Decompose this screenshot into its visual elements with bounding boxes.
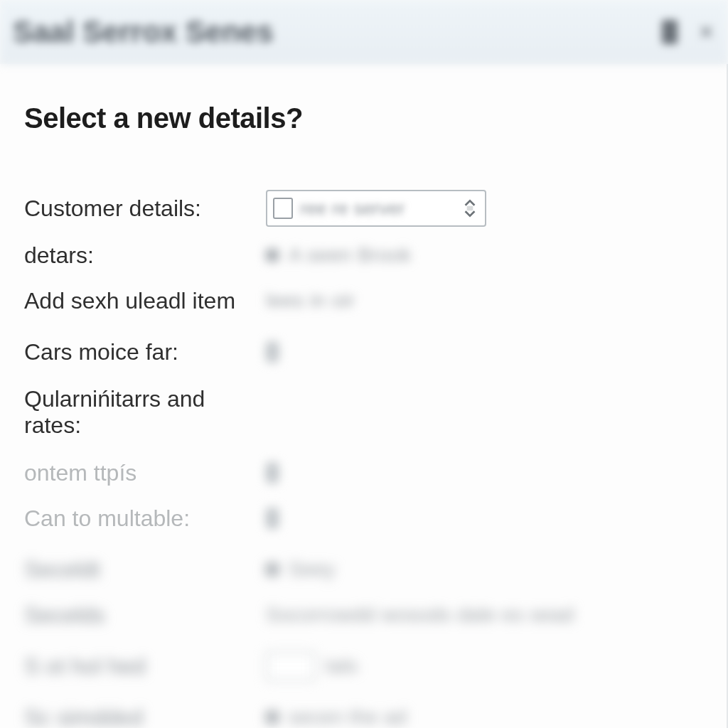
label-blurred-3: Sc simdded: [24, 705, 266, 729]
row-multable: Can to multable:: [24, 501, 702, 535]
row-blurred-1: Secelds Socorrowdd wosods dale es sead: [24, 598, 702, 632]
numeric-input[interactable]: [266, 652, 316, 680]
value-cars: [266, 341, 702, 363]
svg-rect-0: [467, 206, 473, 210]
updown-arrow-icon[interactable]: [461, 198, 479, 219]
value-customer-details: ree re server: [266, 190, 702, 227]
row-blurred-3: Sc simdded secen the ad: [24, 700, 702, 728]
value-detars: A seen Brook: [266, 244, 702, 267]
checkbox-icon[interactable]: [273, 198, 293, 219]
page-title: Select a new details?: [24, 102, 702, 134]
row-customer-details: Customer details: ree re server: [24, 190, 702, 227]
row-detars: detars: A seen Brook: [24, 238, 702, 272]
label-blurred-1: Secelds: [24, 602, 266, 628]
label-detars: detars:: [24, 242, 266, 269]
customer-details-select[interactable]: ree re server: [266, 190, 486, 227]
label-ontem: ontem ttpís: [24, 460, 266, 486]
notification-icon[interactable]: [662, 20, 678, 44]
label-customer-details: Customer details:: [24, 196, 266, 222]
row-blurred-2: S ot hol hed tals: [24, 649, 702, 683]
value-blurred-2: tals: [266, 652, 702, 680]
value-blurred-3: secen the ad: [266, 706, 702, 728]
label-rates: Qularnińitarrs and rates:: [24, 386, 266, 439]
value-blurred-1: Socorrowdd wosods dale es sead: [266, 604, 702, 626]
row-blurred-0: Seceldt Seey: [24, 552, 702, 587]
label-cars: Cars moice far:: [24, 339, 266, 365]
row-ontem: ontem ttpís: [24, 456, 702, 490]
form-content: Select a new details? Customer details: …: [0, 64, 728, 728]
top-bar: Saal Serrox Senes ×: [0, 0, 728, 64]
topbar-actions: ×: [662, 17, 714, 47]
label-blurred-2: S ot hol hed: [24, 653, 266, 680]
topbar-title: Saal Serrox Senes: [13, 15, 274, 49]
row-rates: Qularnińitarrs and rates:: [24, 386, 702, 439]
value-blurred-0: Seey: [266, 558, 702, 581]
select-placeholder: ree re server: [300, 198, 454, 220]
label-blurred-0: Seceldt: [24, 557, 266, 583]
row-add-item: Add sexh uleadl item lees in oir: [24, 284, 702, 318]
value-add-item: lees in oir: [266, 289, 702, 312]
value-ontem: [266, 462, 702, 483]
label-add-item: Add sexh uleadl item: [24, 288, 266, 314]
row-cars: Cars moice far:: [24, 335, 702, 369]
label-multable: Can to multable:: [24, 505, 266, 532]
close-icon[interactable]: ×: [699, 17, 714, 47]
value-multable: [266, 508, 702, 529]
